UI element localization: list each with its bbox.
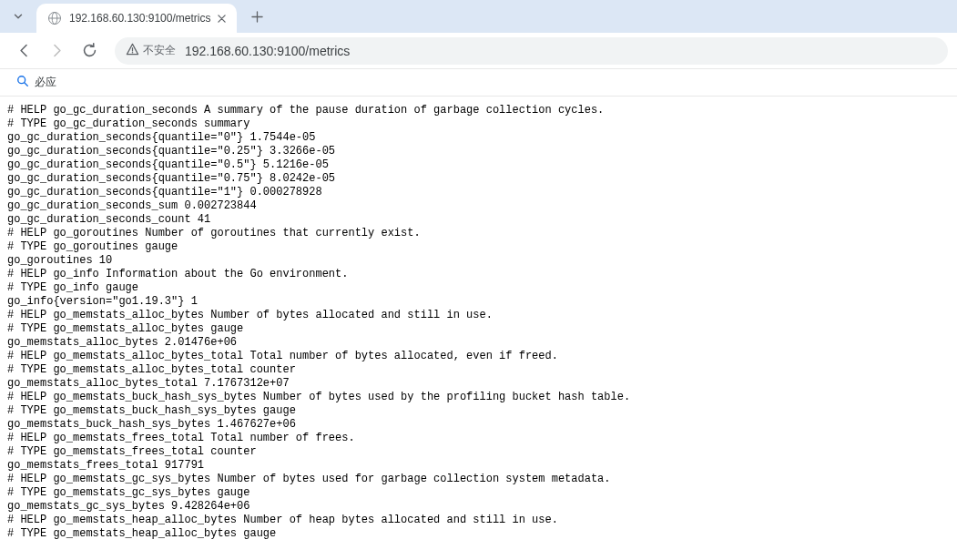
warning-icon [126, 43, 139, 59]
tab-close-button[interactable] [213, 10, 229, 26]
reload-button[interactable] [75, 36, 104, 66]
forward-button[interactable] [42, 36, 71, 66]
security-label: 不安全 [143, 43, 176, 58]
url-text: 192.168.60.130:9100/metrics [185, 44, 350, 58]
toolbar: 不安全 192.168.60.130:9100/metrics [0, 33, 957, 69]
back-button[interactable] [9, 36, 38, 66]
metrics-content: # HELP go_gc_duration_seconds A summary … [0, 97, 957, 548]
svg-point-4 [132, 51, 134, 53]
bookmark-label: 必应 [35, 75, 56, 90]
search-icon [16, 75, 29, 90]
tab-strip: 192.168.60.130:9100/metrics [0, 0, 957, 33]
globe-icon [47, 11, 62, 25]
address-bar[interactable]: 不安全 192.168.60.130:9100/metrics [115, 37, 948, 65]
browser-tab[interactable]: 192.168.60.130:9100/metrics [36, 4, 237, 33]
tab-search-caret[interactable] [5, 4, 31, 29]
bookmark-bing[interactable]: 必应 [11, 72, 62, 93]
bookmarks-bar: 必应 [0, 69, 957, 97]
svg-line-6 [25, 83, 28, 87]
new-tab-button[interactable] [244, 4, 270, 29]
security-chip[interactable]: 不安全 [126, 43, 176, 59]
tab-title: 192.168.60.130:9100/metrics [69, 12, 213, 25]
